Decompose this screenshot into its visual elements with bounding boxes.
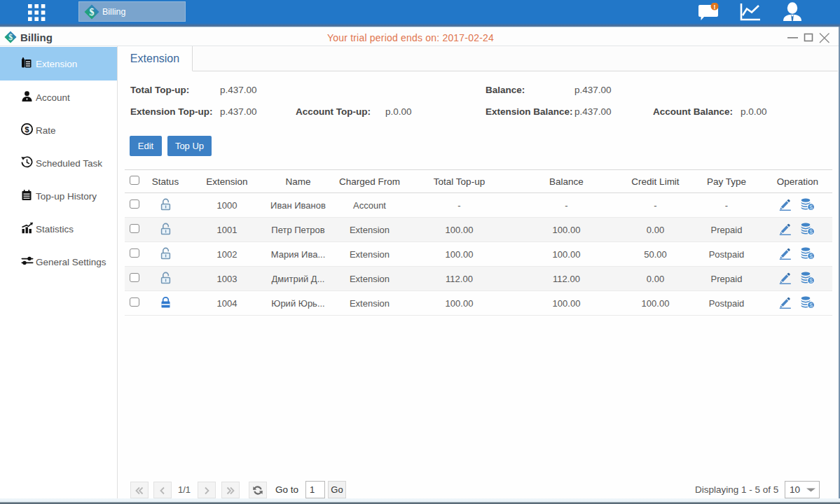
svg-text:$: $ bbox=[809, 276, 813, 284]
svg-text:$: $ bbox=[90, 7, 95, 18]
svg-text:$: $ bbox=[25, 125, 29, 133]
svg-text:$: $ bbox=[809, 203, 813, 210]
svg-text:$: $ bbox=[809, 252, 813, 259]
svg-text:$: $ bbox=[809, 301, 813, 308]
svg-text:$: $ bbox=[809, 227, 813, 234]
svg-text:!: ! bbox=[714, 4, 716, 10]
